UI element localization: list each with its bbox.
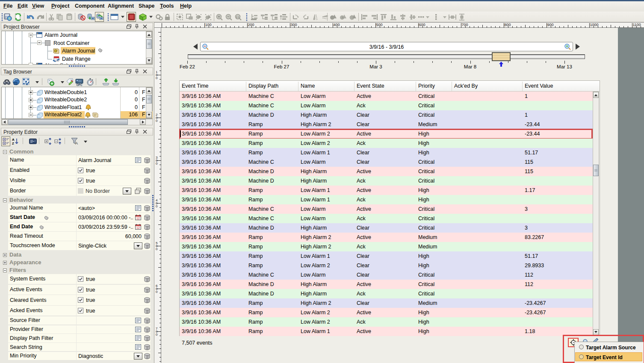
svg-text:1:1: 1:1: [236, 16, 240, 18]
svg-text:A: A: [75, 141, 78, 145]
svg-text:A: A: [12, 138, 15, 142]
svg-text:12: 12: [136, 217, 140, 220]
svg-text:12: 12: [136, 226, 140, 229]
svg-text:OPC: OPC: [76, 83, 82, 86]
svg-text:Z: Z: [12, 142, 14, 145]
